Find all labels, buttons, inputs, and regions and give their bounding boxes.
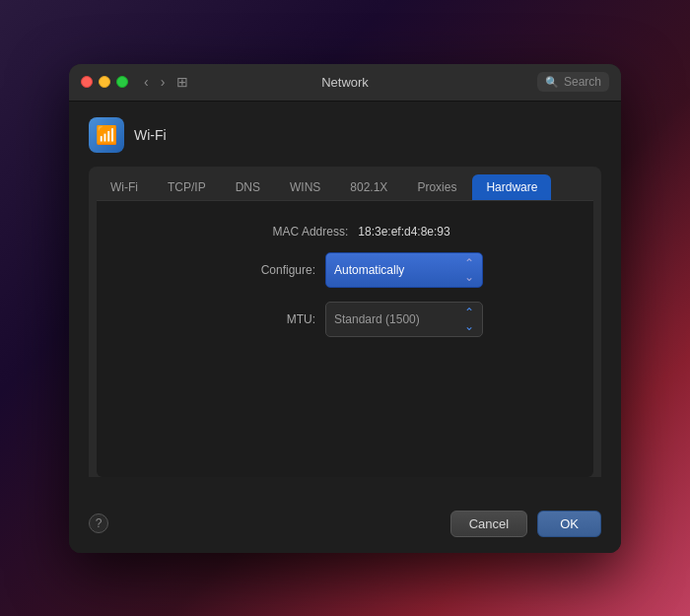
configure-value: Automatically: [334, 263, 404, 277]
search-icon: 🔍: [545, 76, 559, 89]
network-header: 📶 Wi-Fi: [89, 117, 601, 153]
grid-icon[interactable]: ⊞: [176, 74, 188, 90]
maximize-button[interactable]: [116, 76, 128, 88]
tab-dns[interactable]: DNS: [222, 174, 274, 200]
configure-dropdown-arrow: ⌃⌄: [464, 256, 474, 284]
titlebar: ‹ › ⊞ Network 🔍 Search: [69, 64, 621, 102]
tabs: Wi-Fi TCP/IP DNS WINS 802.1X Proxies Har…: [97, 174, 593, 201]
close-button[interactable]: [81, 76, 93, 88]
tab-tcpip[interactable]: TCP/IP: [154, 174, 220, 200]
tab-wins[interactable]: WINS: [276, 174, 334, 200]
forward-button[interactable]: ›: [157, 72, 170, 92]
tab-proxies[interactable]: Proxies: [403, 174, 470, 200]
ok-button[interactable]: OK: [537, 511, 601, 537]
back-button[interactable]: ‹: [140, 72, 153, 92]
mac-address-row: MAC Address: 18:3e:ef:d4:8e:93: [116, 225, 574, 239]
cancel-button[interactable]: Cancel: [450, 511, 527, 537]
window-title: Network: [321, 75, 369, 90]
traffic-lights: [81, 76, 128, 88]
mtu-row: MTU: Standard (1500) ⌃⌄: [116, 302, 574, 337]
footer-buttons: Cancel OK: [450, 511, 601, 537]
configure-row: Configure: Automatically ⌃⌄: [116, 252, 574, 288]
mtu-label: MTU:: [207, 312, 315, 326]
network-window: ‹ › ⊞ Network 🔍 Search 📶 Wi-Fi Wi-Fi TCP…: [69, 64, 621, 553]
tab-wifi[interactable]: Wi-Fi: [97, 174, 152, 200]
minimize-button[interactable]: [99, 76, 110, 88]
search-placeholder: Search: [564, 75, 601, 89]
mtu-dropdown-wrapper: Standard (1500) ⌃⌄: [325, 302, 483, 337]
tabs-container: Wi-Fi TCP/IP DNS WINS 802.1X Proxies Har…: [89, 167, 601, 477]
window-content: 📶 Wi-Fi Wi-Fi TCP/IP DNS WINS 802.1X Pro…: [69, 102, 621, 497]
hardware-settings-panel: MAC Address: 18:3e:ef:d4:8e:93 Configure…: [97, 201, 593, 477]
wifi-icon-container: 📶: [89, 117, 124, 153]
navigation-buttons: ‹ ›: [140, 72, 169, 92]
help-button[interactable]: ?: [89, 513, 108, 533]
wifi-icon: 📶: [96, 124, 117, 146]
tab-8021x[interactable]: 802.1X: [336, 174, 401, 200]
mtu-dropdown-arrow: ⌃⌄: [464, 306, 474, 333]
search-box[interactable]: 🔍 Search: [537, 72, 609, 92]
configure-dropdown-wrapper: Automatically ⌃⌄: [325, 252, 483, 288]
mac-address-label: MAC Address:: [240, 225, 348, 239]
configure-label: Configure:: [207, 263, 315, 277]
mac-address-value: 18:3e:ef:d4:8e:93: [358, 225, 449, 239]
tab-hardware[interactable]: Hardware: [472, 174, 551, 200]
mtu-value: Standard (1500): [334, 312, 420, 326]
network-name-label: Wi-Fi: [134, 127, 167, 143]
mtu-dropdown[interactable]: Standard (1500) ⌃⌄: [325, 302, 483, 337]
configure-dropdown[interactable]: Automatically ⌃⌄: [325, 252, 483, 288]
footer: ? Cancel OK: [69, 497, 621, 553]
